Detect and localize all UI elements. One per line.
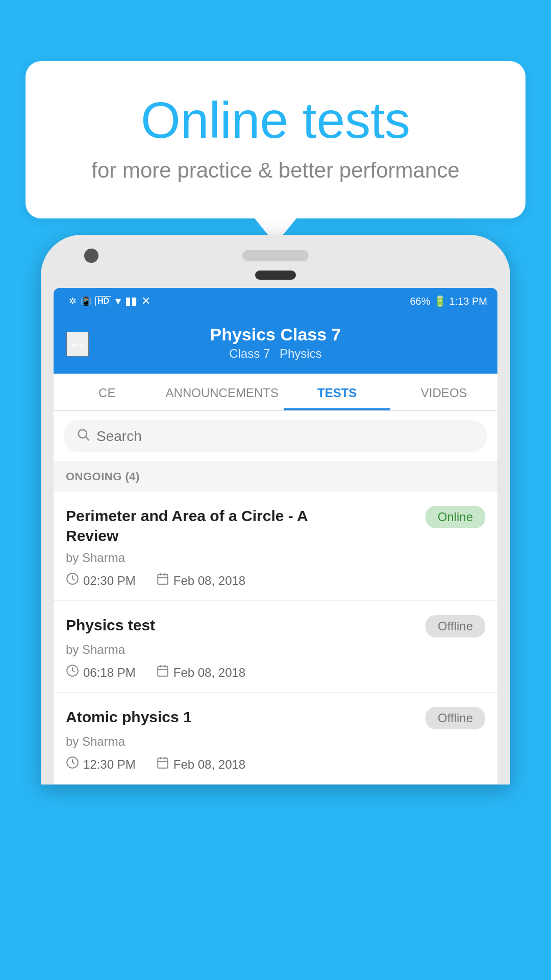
- phone-body: ✲ 📳 HD ▾ ▮▮ ✕ 66% 🔋 1:13 PM ← Physics Cl…: [41, 235, 510, 785]
- svg-rect-3: [158, 574, 168, 584]
- clock-icon: [66, 572, 79, 589]
- status-badge: Online: [425, 506, 485, 528]
- vibrate-icon: 📳: [81, 296, 91, 307]
- test-date: Feb 08, 2018: [156, 572, 245, 589]
- calendar-icon: [156, 756, 169, 773]
- phone-camera: [84, 249, 98, 263]
- test-date: Feb 08, 2018: [156, 664, 245, 681]
- test-title: Atomic physics 1: [66, 707, 192, 727]
- test-item-header: Physics test Offline: [66, 615, 485, 638]
- test-meta: 02:30 PM Feb 08, 2018: [66, 572, 485, 589]
- tab-videos[interactable]: VIDEOS: [390, 374, 497, 410]
- phone-screen: ✲ 📳 HD ▾ ▮▮ ✕ 66% 🔋 1:13 PM ← Physics Cl…: [54, 288, 497, 785]
- clock-icon: [66, 756, 79, 773]
- test-item[interactable]: Physics test Offline by Sharma 06:18 PM: [54, 601, 497, 693]
- status-badge: Offline: [425, 615, 485, 638]
- tab-bar: CE ANNOUNCEMENTS TESTS VIDEOS: [54, 374, 497, 411]
- test-time: 06:18 PM: [66, 664, 136, 681]
- promo-subtitle: for more practice & better performance: [66, 158, 485, 183]
- signal-icon: ▮▮: [125, 295, 137, 308]
- test-author: by Sharma: [66, 551, 485, 565]
- tab-ce[interactable]: CE: [54, 374, 161, 410]
- test-title: Perimeter and Area of a Circle - A Revie…: [66, 506, 338, 546]
- time-display: 1:13 PM: [449, 296, 487, 307]
- test-time-value: 06:18 PM: [83, 666, 136, 680]
- test-author: by Sharma: [66, 734, 485, 749]
- search-bar: [54, 411, 497, 462]
- test-meta: 06:18 PM Feb 08, 2018: [66, 664, 485, 681]
- app-header: ← Physics Class 7 Class 7 Physics: [54, 314, 497, 374]
- test-date-value: Feb 08, 2018: [173, 666, 245, 680]
- page-title: Physics Class 7: [69, 325, 482, 345]
- search-icon: [76, 427, 90, 445]
- calendar-icon: [156, 664, 169, 681]
- tab-announcements[interactable]: ANNOUNCEMENTS: [161, 374, 284, 410]
- promo-card: Online tests for more practice & better …: [26, 61, 525, 218]
- test-time: 02:30 PM: [66, 572, 136, 589]
- search-input[interactable]: [96, 428, 475, 445]
- phone-mockup: ✲ 📳 HD ▾ ▮▮ ✕ 66% 🔋 1:13 PM ← Physics Cl…: [41, 235, 510, 980]
- test-time-value: 12:30 PM: [83, 757, 136, 772]
- breadcrumb: Class 7 Physics: [69, 347, 482, 361]
- hd-badge: HD: [95, 296, 111, 306]
- test-item[interactable]: Atomic physics 1 Offline by Sharma 12:30…: [54, 693, 497, 785]
- bluetooth-icon: ✲: [69, 296, 77, 307]
- clock-icon: [66, 664, 79, 681]
- battery-percent: 66%: [410, 296, 430, 307]
- svg-rect-8: [158, 666, 168, 676]
- test-date-value: Feb 08, 2018: [173, 757, 245, 772]
- battery-icon: 🔋: [434, 295, 446, 307]
- promo-title: Online tests: [66, 92, 485, 148]
- test-time: 12:30 PM: [66, 756, 136, 773]
- calendar-icon: [156, 572, 169, 589]
- test-date: Feb 08, 2018: [156, 756, 245, 773]
- wifi-icon: ▾: [115, 295, 121, 308]
- back-button[interactable]: ←: [66, 332, 89, 357]
- phone-home-sensor: [255, 271, 296, 280]
- section-ongoing: ONGOING (4): [54, 462, 497, 492]
- test-item[interactable]: Perimeter and Area of a Circle - A Revie…: [54, 492, 497, 601]
- no-signal-icon: ✕: [141, 295, 151, 308]
- status-badge: Offline: [425, 707, 485, 729]
- test-item-header: Atomic physics 1 Offline: [66, 707, 485, 729]
- status-bar: ✲ 📳 HD ▾ ▮▮ ✕ 66% 🔋 1:13 PM: [54, 288, 497, 314]
- status-right: 66% 🔋 1:13 PM: [410, 295, 487, 307]
- test-item-header: Perimeter and Area of a Circle - A Revie…: [66, 506, 485, 546]
- test-time-value: 02:30 PM: [83, 574, 136, 588]
- search-wrapper[interactable]: [64, 420, 487, 452]
- breadcrumb-subject: Physics: [280, 347, 322, 360]
- test-author: by Sharma: [66, 643, 485, 657]
- test-title: Physics test: [66, 615, 155, 635]
- test-date-value: Feb 08, 2018: [173, 574, 245, 588]
- phone-speaker: [242, 250, 309, 261]
- svg-rect-13: [158, 758, 168, 768]
- status-left-icons: ✲ 📳 HD ▾ ▮▮ ✕: [69, 295, 151, 308]
- tab-tests[interactable]: TESTS: [284, 374, 391, 410]
- phone-top: [54, 250, 497, 261]
- svg-point-0: [79, 430, 87, 438]
- test-meta: 12:30 PM Feb 08, 2018: [66, 756, 485, 773]
- svg-line-1: [86, 437, 89, 440]
- breadcrumb-class: Class 7: [229, 347, 270, 360]
